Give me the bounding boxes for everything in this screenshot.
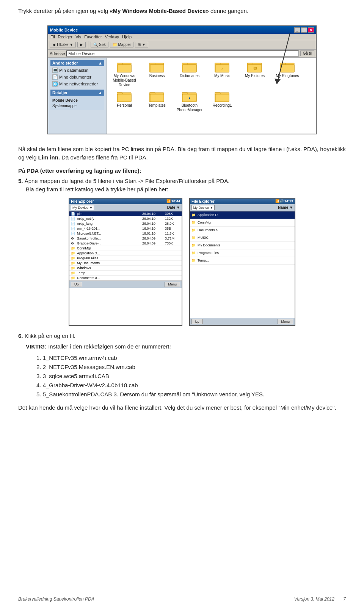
address-label: Adresse [50,51,65,56]
back-button[interactable]: ◀ Tilbake ▼ [50,42,76,47]
folder-templates[interactable]: Templates [142,90,172,112]
sidebar-item-mine-nettverkssteder[interactable]: 🌐 Mine nettverkssteder [50,80,104,87]
step6-viktig: VIKTIG: Installer i den rekkefølgen som … [26,342,346,351]
win-title-controls: _ □ ✕ [294,27,314,33]
win-title-label: Mobile Device [50,28,78,32]
pda1-file-row-pim[interactable]: 📄 pim 26.04.10 308K [69,211,182,216]
svg-rect-25 [150,94,164,102]
file-size: 308K [165,212,180,216]
svg-rect-32 [215,94,229,102]
para2: Nå skal de fem filene som ble kopiert fr… [18,145,346,162]
gear-icon: ⚙ [71,237,77,240]
folder-my-music[interactable]: ♪ My Music [207,61,237,87]
pda1-folder-mydocs[interactable]: 📁 My Documents [69,261,182,266]
menu-fil[interactable]: Fil [50,35,55,39]
file-date: 16.04.10 [142,227,165,230]
close-button[interactable]: ✕ [308,27,314,33]
pda2-folder-docsa[interactable]: 📁 Documents a... [190,227,295,234]
pda1-folder-temp[interactable]: 📁 Temp [69,271,182,276]
folder-icon: 📁 [191,259,198,262]
pda2-folder-connmgr[interactable]: 📁 ConnMgr [190,219,295,227]
folder-icon-bluetooth: ✦ [182,90,197,103]
folder-name: Program Files [198,251,293,255]
pda1-folder-connmgr[interactable]: 📁 ConnMgr [69,246,182,251]
file-name: Microsoft.NET... [77,232,142,235]
folder-icon-personal [117,90,132,103]
pda1-signal: 📶 [166,199,171,203]
pda2-folder-appd[interactable]: 📁 Application D... [190,211,295,219]
folder-label-my-windows: My Windows Mobile-Based Device [109,74,140,87]
address-field[interactable]: Mobile Device [66,50,298,57]
folder-icon: 📁 [71,271,77,275]
pda1-folder-docsa[interactable]: 📁 Documents a... [69,276,182,281]
pda2-folder-temp[interactable]: 📁 Temp... [190,257,295,265]
file-name: mxip_lang [77,222,142,226]
maximize-button[interactable]: □ [301,27,307,33]
pda2-padding4 [190,287,295,295]
menu-verktoy[interactable]: Verktøy [105,35,119,39]
menu-favoritter[interactable]: Favoritter [84,35,102,39]
folder-label-templates: Templates [148,103,166,108]
pda2-padding7 [190,310,295,318]
folder-recording1[interactable]: Recording1 [207,90,237,112]
folder-name: ConnMgr [77,246,180,250]
pda2-padding5 [190,295,295,303]
menu-rediger[interactable]: Rediger [58,35,73,39]
pda1-file-row-net[interactable]: 📄 Microsoft.NET... 18.01.10 11,5K [69,231,182,236]
pda1-folder-windows[interactable]: 📁 Windows [69,266,182,271]
forward-button[interactable]: ▶ [77,42,86,47]
folder-my-ringtones[interactable]: My Ringtones [272,61,303,87]
menu-hjelp[interactable]: Hjelp [122,35,132,39]
search-button[interactable]: 🔍 Søk [91,42,108,47]
pda2-col-header: Name ▼ [278,205,293,210]
menu-vis[interactable]: Vis [75,35,81,39]
sidebar-section-toggle[interactable]: ▲ [98,61,102,65]
folder-name: MUSIC [198,236,293,240]
pda1-file-row-grabba[interactable]: ⚙ Grabba-Drive-... 26.04.09 730K [69,241,182,246]
pda2-folder-program[interactable]: 📁 Program Files [190,249,295,257]
folder-personal[interactable]: Personal [109,90,140,112]
pda1-file-row-mxip-lang[interactable]: 📄 mxip_lang 26.04.10 28,0K [69,221,182,226]
file-list-item-3: 3. 3_sqlce.wce5.armv4i.CAB [36,372,346,381]
sidebar-section-label: Andre steder [52,61,78,65]
folder-my-windows[interactable]: My Windows Mobile-Based Device [109,61,140,87]
pda1-file-row-saue[interactable]: ⚙ Sauekontrolle... 26.04.09 3,71M [69,236,182,241]
pda2-device-dropdown[interactable]: My Device ▼ [191,205,215,210]
sidebar-item-mine-dokumenter[interactable]: 📄 Mine dokumenter [50,74,104,80]
pda1-up-button[interactable]: Up [71,282,82,287]
file-date: 26.04.10 [142,222,165,226]
folder-bluetooth[interactable]: ✦ Bluetooth PhoneManager [174,90,205,112]
pda2-title: File Explorer [191,199,215,203]
pda2-folder-music[interactable]: 📁 MUSIC [190,234,295,242]
goto-button[interactable]: Gå til [300,50,314,56]
folder-dictionaries[interactable]: Dictionaries [174,61,205,87]
folder-my-pictures[interactable]: 🖼 My Pictures [240,61,270,87]
pda2-padding [190,265,295,272]
minimize-button[interactable]: _ [294,27,300,33]
intro-bold: «My Windows Mobile-Based Device» [110,8,209,14]
pda1-file-row-enr[interactable]: 📄 enr_4-16-201... 16.04.10 35B [69,226,182,231]
folder-name: Documents a... [77,276,180,280]
pda-explorer-right: File Explorer 📶🔊 14:13 My Device ▼ Name … [189,198,295,326]
pda1-device-dropdown[interactable]: My Device ▼ [71,205,94,210]
folders-button[interactable]: 📁 Mapper [110,42,134,47]
view-button[interactable]: ⊞ ▼ [135,42,148,47]
pda1-menu-button[interactable]: Menu [165,282,180,287]
pda2-padding6 [190,303,295,310]
pda2-padding2 [190,272,295,280]
closing-para: Det kan hende du må velge hvor du vil ha… [18,404,346,412]
sidebar-item-min-datamaskin[interactable]: 💻 Min datamaskin [50,67,104,74]
folder-label-bluetooth: Bluetooth PhoneManager [174,103,205,112]
folder-name: Windows [77,266,180,270]
pda1-file-row-mxip-notify[interactable]: 📄 mxip_notify 26.04.10 132K [69,216,182,221]
folder-business[interactable]: Business [142,61,172,87]
pda2-up-button[interactable]: Up [191,319,203,324]
pda1-title-bar: File Explorer 📶 10:44 [69,199,182,204]
svg-rect-5 [150,65,164,72]
sidebar-section2-toggle[interactable]: ▲ [98,90,102,95]
pda2-folder-mydocs[interactable]: 📁 My Documents [190,242,295,249]
pda1-folder-appd[interactable]: 📁 Application D... [69,251,182,256]
folder-icon: 📁 [71,276,77,280]
pda2-menu-button[interactable]: Menu [278,319,293,324]
pda1-folder-program[interactable]: 📁 Program Files [69,256,182,261]
